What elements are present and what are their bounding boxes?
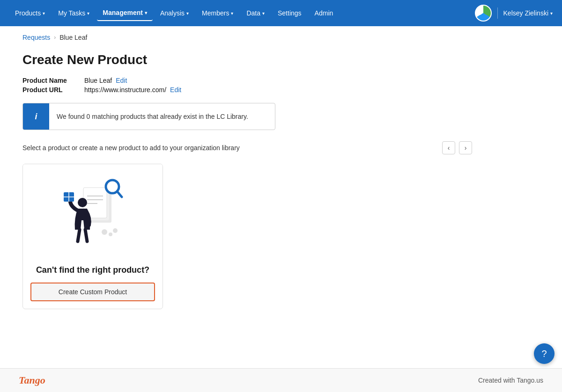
product-cards: Can't find the right product? Create Cus… [22, 164, 540, 309]
product-name-label: Product Name [22, 77, 79, 84]
chevron-down-icon: ▾ [145, 10, 147, 15]
search-illustration-icon [60, 174, 126, 248]
product-url-edit-link[interactable]: Edit [170, 86, 181, 94]
card-body: Can't find the right product? Create Cus… [23, 258, 163, 309]
nav-admin[interactable]: Admin [309, 6, 339, 21]
product-name-edit-link[interactable]: Edit [116, 77, 127, 84]
nav-settings-label: Settings [278, 9, 302, 17]
select-hint: Select a product or create a new product… [22, 144, 240, 152]
breadcrumb-requests-link[interactable]: Requests [22, 34, 50, 41]
svg-point-15 [109, 232, 112, 236]
user-menu[interactable]: Kelsey Zielinski ▾ [503, 9, 553, 17]
create-custom-product-button[interactable]: Create Custom Product [30, 283, 155, 301]
main-content: Create New Product Product Name Blue Lea… [0, 45, 562, 328]
nav-products-label: Products [15, 9, 41, 17]
chevron-down-icon: ▾ [43, 11, 45, 16]
breadcrumb-current: Blue Leaf [59, 34, 87, 41]
card-illustration [23, 164, 163, 258]
page-title: Create New Product [22, 52, 540, 67]
chevron-down-icon: ▾ [262, 11, 265, 16]
select-row: Select a product or create a new product… [22, 141, 472, 154]
cant-find-card: Can't find the right product? Create Cus… [22, 164, 163, 309]
navbar: Products ▾ My Tasks ▾ Management ▾ Analy… [0, 0, 562, 26]
info-message: We found 0 matching products that alread… [49, 106, 256, 127]
breadcrumb-separator: › [54, 34, 56, 41]
svg-line-11 [85, 230, 87, 241]
info-icon: i [23, 103, 49, 130]
nav-my-tasks-label: My Tasks [58, 9, 85, 17]
nav-links: Products ▾ My Tasks ▾ Management ▾ Analy… [9, 5, 339, 21]
pagination-arrows: ‹ › [442, 141, 472, 154]
prev-arrow-button[interactable]: ‹ [442, 141, 455, 154]
product-url-value: https://www.instructure.com/ Edit [84, 86, 540, 94]
info-box: i We found 0 matching products that alre… [22, 103, 275, 130]
user-name: Kelsey Zielinski [503, 9, 548, 17]
nav-members[interactable]: Members ▾ [196, 6, 239, 21]
product-name-value: Blue Leaf Edit [84, 77, 540, 84]
chevron-down-icon: ▾ [550, 11, 553, 16]
nav-data[interactable]: Data ▾ [241, 6, 270, 21]
nav-management-label: Management [103, 9, 143, 16]
nav-analysis-label: Analysis [160, 9, 185, 17]
cant-find-text: Can't find the right product? [36, 265, 149, 275]
avatar[interactable] [475, 5, 492, 22]
nav-divider [497, 7, 498, 19]
svg-line-10 [78, 230, 80, 241]
svg-line-13 [117, 191, 122, 197]
chevron-down-icon: ▾ [87, 11, 89, 16]
product-url-text: https://www.instructure.com/ [84, 86, 166, 94]
product-name-text: Blue Leaf [84, 77, 112, 84]
nav-products[interactable]: Products ▾ [9, 6, 51, 21]
chevron-down-icon: ▾ [186, 11, 189, 16]
next-arrow-button[interactable]: › [459, 141, 472, 154]
nav-analysis[interactable]: Analysis ▾ [155, 6, 194, 21]
product-meta: Product Name Blue Leaf Edit Product URL … [22, 77, 540, 94]
nav-my-tasks[interactable]: My Tasks ▾ [52, 6, 95, 21]
nav-data-label: Data [246, 9, 260, 17]
chevron-down-icon: ▾ [231, 11, 233, 16]
svg-point-14 [102, 229, 107, 235]
nav-members-label: Members [202, 9, 229, 17]
nav-settings[interactable]: Settings [272, 6, 307, 21]
svg-point-16 [113, 228, 118, 233]
nav-right: Kelsey Zielinski ▾ [475, 5, 553, 22]
breadcrumb: Requests › Blue Leaf [0, 26, 562, 45]
svg-point-6 [78, 198, 87, 207]
product-url-label: Product URL [22, 86, 79, 94]
nav-admin-label: Admin [315, 9, 333, 17]
nav-management[interactable]: Management ▾ [97, 5, 153, 21]
